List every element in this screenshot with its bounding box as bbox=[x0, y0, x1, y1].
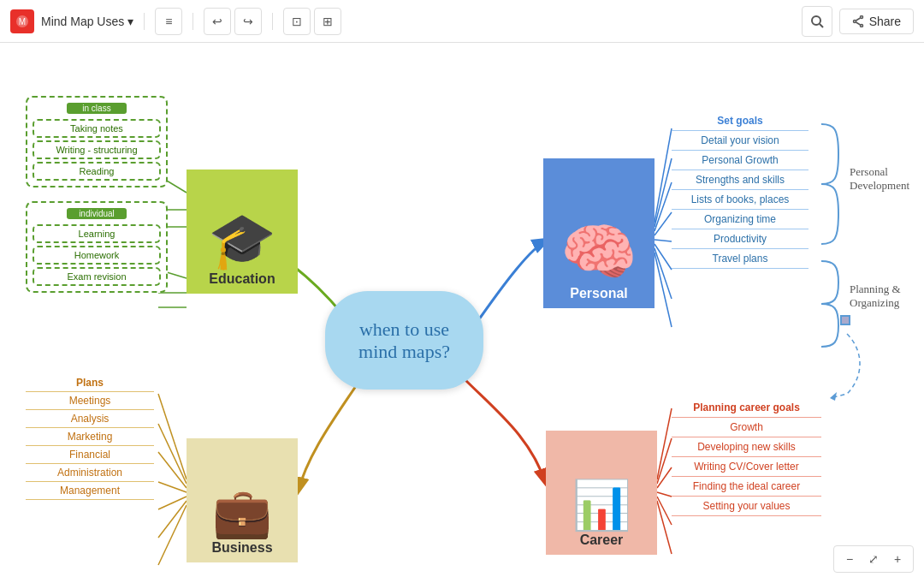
fit-button[interactable]: ⤢ bbox=[863, 549, 884, 569]
edu-leaf-taking-notes: Taking notes bbox=[33, 119, 161, 138]
education-leaves: in class Taking notes Writing - structur… bbox=[26, 96, 168, 293]
edu-leaf-writing: Writing - structuring bbox=[33, 140, 161, 159]
svg-line-32 bbox=[158, 482, 187, 492]
nav-buttons: ↩ ↪ bbox=[204, 8, 262, 35]
edu-leaf-exam: Exam revision bbox=[33, 267, 161, 286]
divider2 bbox=[192, 13, 193, 30]
edu-group-individual: individual bbox=[67, 208, 127, 219]
b-leaf-3: Marketing bbox=[26, 428, 154, 446]
svg-line-29 bbox=[158, 394, 187, 479]
b-leaf-5: Administration bbox=[26, 464, 154, 482]
p-leaf-7: Travel plans bbox=[672, 249, 808, 269]
personal-node[interactable]: 🧠 Personal bbox=[543, 158, 654, 308]
svg-line-22 bbox=[654, 253, 672, 327]
svg-line-3 bbox=[820, 24, 823, 27]
svg-line-7 bbox=[856, 18, 860, 21]
p-leaf-0: Set goals bbox=[672, 111, 808, 131]
svg-point-5 bbox=[860, 24, 862, 27]
career-leaves: Planning career goals Growth Developing … bbox=[672, 398, 821, 516]
svg-line-27 bbox=[657, 497, 672, 525]
c-leaf-2: Developing new skills bbox=[672, 437, 821, 457]
b-leaf-6: Management bbox=[26, 482, 154, 500]
p-leaf-4: Lists of books, places bbox=[672, 190, 808, 210]
zoom-controls: − ⤢ + bbox=[833, 545, 914, 573]
frame-button[interactable]: ⊡ bbox=[283, 8, 311, 35]
education-node[interactable]: 🎓 Education bbox=[187, 170, 298, 294]
personal-leaves: Set goals Detail your vision Personal Gr… bbox=[672, 111, 808, 269]
svg-text:M: M bbox=[19, 17, 26, 27]
svg-line-19 bbox=[654, 240, 672, 241]
svg-line-20 bbox=[654, 244, 672, 270]
svg-point-6 bbox=[853, 20, 856, 22]
menu-button[interactable]: ≡ bbox=[155, 8, 182, 35]
career-node[interactable]: 📊 Career bbox=[546, 431, 657, 555]
search-button[interactable] bbox=[802, 6, 832, 37]
svg-marker-36 bbox=[830, 392, 837, 401]
edu-group-in-class: in class bbox=[67, 103, 127, 114]
svg-line-26 bbox=[657, 492, 672, 497]
education-label: Education bbox=[209, 271, 275, 287]
canvas: when to use mind maps? 🎓 Education in cl… bbox=[0, 43, 924, 583]
center-node[interactable]: when to use mind maps? bbox=[325, 291, 483, 390]
p-leaf-5: Organizing time bbox=[672, 210, 808, 229]
business-label: Business bbox=[211, 540, 272, 556]
svg-line-25 bbox=[657, 467, 672, 488]
svg-line-16 bbox=[654, 158, 672, 227]
c-leaf-0: Planning career goals bbox=[672, 398, 821, 418]
share-button[interactable]: Share bbox=[839, 9, 914, 34]
svg-line-28 bbox=[657, 501, 672, 554]
career-label: Career bbox=[580, 532, 624, 548]
svg-line-17 bbox=[654, 182, 672, 231]
svg-point-4 bbox=[860, 15, 862, 18]
c-leaf-3: Writing CV/Cover letter bbox=[672, 457, 821, 477]
svg-line-33 bbox=[158, 497, 187, 509]
education-image: 🎓 bbox=[208, 213, 276, 268]
svg-point-2 bbox=[812, 16, 820, 25]
edu-leaf-homework: Homework bbox=[33, 246, 161, 265]
b-leaf-0: Plans bbox=[26, 374, 154, 392]
planning-dot bbox=[840, 315, 850, 325]
svg-line-21 bbox=[654, 248, 672, 299]
edu-leaf-learning: Learning bbox=[33, 224, 161, 243]
career-image: 📊 bbox=[572, 481, 631, 529]
c-leaf-5: Setting your values bbox=[672, 497, 821, 516]
divider bbox=[144, 13, 145, 30]
p-leaf-3: Strengths and skills bbox=[672, 170, 808, 190]
app-icon: M bbox=[10, 9, 34, 33]
svg-line-23 bbox=[657, 408, 672, 479]
svg-line-35 bbox=[158, 505, 187, 565]
planning-label: Planning & Organizing bbox=[850, 283, 901, 310]
personal-image: 🧠 bbox=[560, 221, 637, 283]
undo-button[interactable]: ↩ bbox=[204, 8, 231, 35]
personal-label: Personal bbox=[570, 286, 628, 301]
svg-line-15 bbox=[654, 128, 672, 223]
app-title[interactable]: Mind Map Uses ▾ bbox=[41, 15, 133, 28]
zoom-out-button[interactable]: − bbox=[839, 549, 860, 569]
p-leaf-1: Detail your vision bbox=[672, 131, 808, 151]
copy-button[interactable]: ⊞ bbox=[314, 8, 341, 35]
header-left: M Mind Map Uses ▾ ≡ ↩ ↪ ⊡ ⊞ bbox=[10, 8, 341, 35]
b-leaf-2: Analysis bbox=[26, 410, 154, 428]
personal-development-label: Personal Development bbox=[850, 165, 909, 193]
zoom-in-button[interactable]: + bbox=[887, 549, 908, 569]
svg-line-8 bbox=[856, 22, 860, 25]
b-leaf-4: Financial bbox=[26, 446, 154, 464]
divider3 bbox=[272, 13, 273, 30]
c-leaf-1: Growth bbox=[672, 418, 821, 437]
svg-line-30 bbox=[158, 424, 187, 484]
b-leaf-1: Meetings bbox=[26, 392, 154, 410]
business-node[interactable]: 💼 Business bbox=[187, 438, 298, 562]
share-label: Share bbox=[869, 15, 901, 28]
center-text: when to use mind maps? bbox=[358, 318, 450, 363]
svg-line-24 bbox=[657, 438, 672, 484]
view-buttons: ⊡ ⊞ bbox=[283, 8, 341, 35]
header: M Mind Map Uses ▾ ≡ ↩ ↪ ⊡ ⊞ Share bbox=[0, 0, 924, 43]
edu-leaf-reading: Reading bbox=[33, 162, 161, 181]
c-leaf-4: Finding the ideal career bbox=[672, 477, 821, 497]
redo-button[interactable]: ↪ bbox=[234, 8, 262, 35]
business-image: 💼 bbox=[212, 489, 272, 537]
p-leaf-2: Personal Growth bbox=[672, 151, 808, 170]
svg-line-18 bbox=[654, 212, 672, 235]
svg-line-31 bbox=[158, 452, 187, 488]
business-leaves: Plans Meetings Analysis Marketing Financ… bbox=[26, 374, 154, 500]
